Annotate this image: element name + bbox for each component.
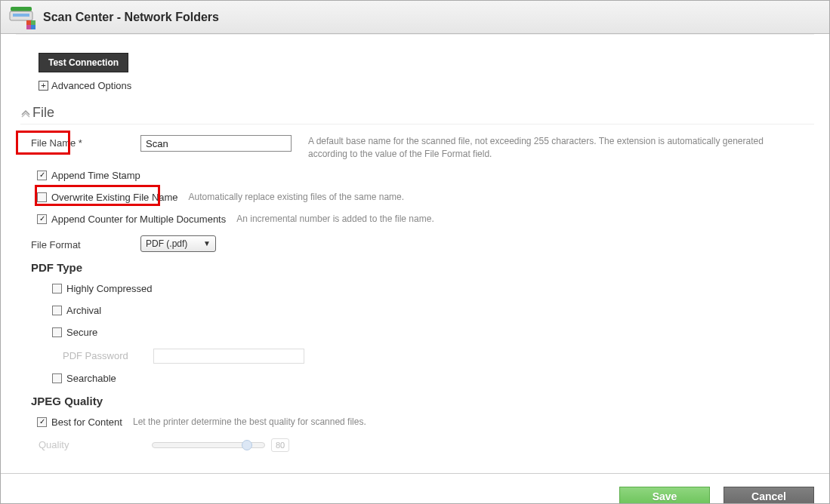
test-connection-button[interactable]: Test Connection [39,53,128,72]
overwrite-existing-checkbox[interactable] [37,192,47,202]
page-title: Scan Center - Network Folders [43,11,219,24]
app-window: Scan Center - Network Folders Test Conne… [0,0,830,504]
file-format-value: PDF (.pdf) [146,238,187,249]
file-section-body: File Name * A default base name for the … [16,124,814,452]
quality-slider-thumb [242,440,252,450]
pdf-searchable-label: Searchable [66,373,116,384]
chevron-up-icon [20,108,31,118]
best-for-content-checkbox[interactable] [37,417,47,427]
append-counter-checkbox[interactable] [37,214,47,224]
caret-down-icon: ▼ [203,239,211,247]
best-for-content-label: Best for Content [51,416,122,428]
overwrite-existing-help: Automatically replace existing files of … [189,192,404,202]
file-name-input[interactable] [140,135,292,152]
pdf-secure-label: Secure [66,327,97,338]
file-name-label: File Name * [31,135,140,149]
svg-rect-2 [13,14,29,17]
section-file-header[interactable]: File [20,105,814,124]
advanced-options-toggle[interactable]: + Advanced Options [39,80,814,91]
quality-value: 80 [271,438,289,452]
pdf-highly-compressed-label: Highly Compressed [66,283,152,294]
footer-bar: Save Cancel [1,473,829,503]
content-area: Test Connection + Advanced Options File … [1,34,829,473]
jpeg-quality-heading: JPEG Quality [31,395,814,407]
overwrite-existing-label: Overwrite Existing File Name [51,192,178,203]
file-name-help: A default base name for the scanned file… [308,135,791,161]
append-counter-help: An incremental number is added to the fi… [236,214,434,224]
append-counter-label: Append Counter for Multiple Documents [51,214,226,225]
scanner-icon [8,4,39,31]
pdf-highly-compressed-checkbox[interactable] [52,284,62,293]
svg-rect-0 [11,7,32,11]
quality-slider [152,442,265,448]
pdf-archival-label: Archival [66,305,101,316]
svg-rect-3 [26,20,31,25]
pdf-type-heading: PDF Type [31,261,814,274]
advanced-options-label: Advanced Options [51,80,131,91]
title-bar: Scan Center - Network Folders [1,1,829,34]
file-format-label: File Format [31,237,140,250]
svg-rect-4 [31,20,35,25]
cancel-button[interactable]: Cancel [724,487,814,505]
file-format-select[interactable]: PDF (.pdf) ▼ [140,235,216,252]
append-time-stamp-checkbox[interactable] [37,171,47,180]
append-time-stamp-label: Append Time Stamp [51,170,140,181]
pdf-searchable-checkbox[interactable] [52,373,62,383]
best-for-content-help: Let the printer determine the best quali… [133,416,366,427]
plus-icon: + [39,81,48,91]
svg-rect-6 [31,25,35,29]
save-button[interactable]: Save [619,487,710,505]
svg-rect-5 [26,25,31,29]
pdf-secure-checkbox[interactable] [52,327,62,337]
pdf-password-input [153,349,304,364]
quality-label: Quality [39,439,152,450]
section-file-label: File [32,105,54,121]
pdf-archival-checkbox[interactable] [52,306,62,315]
pdf-password-label: PDF Password [63,350,153,361]
